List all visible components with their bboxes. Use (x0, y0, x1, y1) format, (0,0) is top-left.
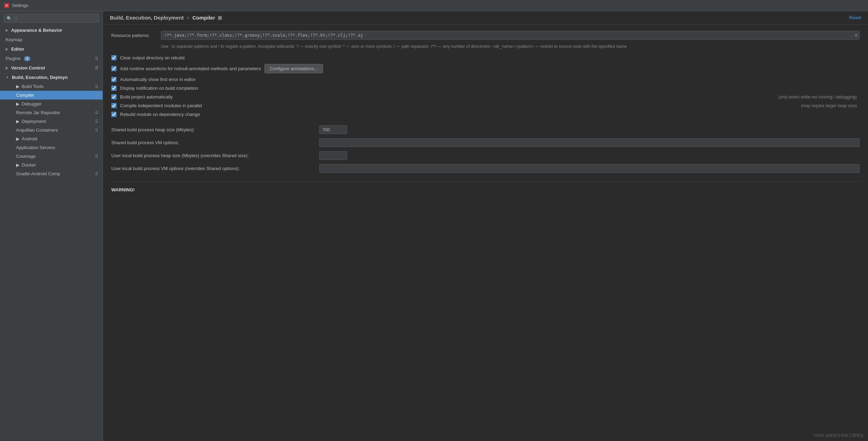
sidebar-subitem-compiler[interactable]: Compiler ☰ (0, 91, 103, 100)
settings-icon: ☰ (95, 128, 98, 132)
checkbox-row-add-runtime: Add runtime assertions for notnull-annot… (111, 64, 860, 73)
sidebar-item-label: Plugins (6, 56, 21, 61)
settings-icon: ☰ (95, 154, 98, 159)
sidebar-item-label: Docker (22, 162, 36, 168)
sidebar-subitem-android[interactable]: ▶ Android (0, 134, 103, 143)
sidebar-item-plugins[interactable]: Plugins 4 ☰ (0, 54, 103, 63)
sidebar-item-label: Android (22, 136, 37, 141)
checkbox-label: Automatically show first error in editor (120, 77, 196, 82)
user-vm-input[interactable] (319, 164, 860, 173)
titlebar: ✦ Settings (0, 0, 868, 11)
form-row-shared-heap: Shared build process heap size (Mbytes): (111, 125, 860, 134)
resource-patterns-label: Resource patterns: (111, 31, 157, 38)
checkbox-label: Rebuild module on dependency change (120, 112, 200, 117)
sidebar-item-keymap[interactable]: Keymap (0, 35, 103, 44)
app-icon-letter: ✦ (5, 4, 8, 7)
main-header: Build, Execution, Deployment > Compiler … (103, 11, 868, 24)
form-label: Shared build process heap size (Mbytes): (111, 127, 314, 132)
sidebar-subitem-docker[interactable]: ▶ Docker (0, 161, 103, 169)
sidebar: 🔍 ▶ Appearance & Behavior Keymap ▶ Edito… (0, 11, 103, 441)
arrow-icon: ▶ (16, 101, 20, 106)
configure-annotations-button[interactable]: Configure annotations... (264, 64, 323, 73)
arrow-icon: ▶ (16, 136, 20, 141)
sidebar-item-label: Compiler (16, 93, 34, 98)
user-heap-input[interactable] (319, 151, 347, 160)
checkbox-label: Build project automatically (120, 94, 173, 100)
checkbox-auto-show[interactable] (111, 77, 117, 82)
settings-icon: ☰ (95, 66, 98, 70)
arrow-icon: ▼ (6, 75, 9, 79)
arrow-icon: ▶ (16, 119, 20, 124)
reset-button[interactable]: Reset (849, 15, 861, 20)
main-body: Resource patterns: ✕ Use ; to separate p… (103, 24, 868, 441)
checkbox-row-rebuild-dep: Rebuild module on dependency change (111, 112, 860, 117)
sidebar-item-label: Coverage (16, 154, 36, 159)
checkbox-note: (may require larger heap size) (801, 103, 860, 108)
sidebar-item-label: Arquillian Containers (16, 127, 58, 133)
sidebar-item-label: Build Tools (22, 84, 44, 89)
clear-icon[interactable]: ✕ (854, 32, 858, 38)
form-label: Shared build process VM options: (111, 140, 314, 145)
sidebar-item-label: Application Servers (16, 145, 55, 150)
main-panel: Build, Execution, Deployment > Compiler … (103, 11, 868, 441)
checkbox-compile-parallel[interactable] (111, 103, 117, 108)
arrow-icon: ▶ (6, 47, 8, 51)
sidebar-subitem-build-tools[interactable]: ▶ Build Tools ☰ (0, 82, 103, 91)
checkbox-label: Compile independent modules in parallel (120, 103, 202, 108)
checkbox-row-compile-parallel: Compile independent modules in parallel … (111, 103, 860, 108)
sidebar-item-version-control[interactable]: ▶ Version Control ☰ (0, 63, 103, 73)
breadcrumb-part2: Compiler (192, 15, 215, 21)
settings-icon: ☰ (95, 56, 98, 61)
breadcrumb: Build, Execution, Deployment > Compiler … (110, 15, 222, 21)
form-row-user-heap: User-local build process heap size (Mbyt… (111, 151, 860, 160)
warning-section: WARNING! (111, 181, 860, 192)
sidebar-item-label: Editor (11, 46, 24, 52)
sidebar-subitem-deployment[interactable]: ▶ Deployment ☰ (0, 117, 103, 126)
sidebar-subitem-remote-jar[interactable]: Remote Jar Repositor ☰ (0, 108, 103, 117)
checkbox-rebuild-dep[interactable] (111, 112, 117, 117)
sidebar-subitem-coverage[interactable]: Coverage ☰ (0, 152, 103, 161)
sidebar-item-label: Remote Jar Repositor (16, 110, 60, 115)
shared-vm-input[interactable] (319, 138, 860, 147)
settings-icon: ☰ (95, 84, 98, 89)
sidebar-subitem-gradle-android[interactable]: Gradle-Android Comp ☰ (0, 169, 103, 178)
settings-icon: ☰ (95, 171, 98, 176)
checkbox-row-auto-show: Automatically show first error in editor (111, 77, 860, 82)
sidebar-item-editor[interactable]: ▶ Editor (0, 44, 103, 54)
search-icon: 🔍 (7, 16, 12, 21)
settings-icon: ☰ (95, 119, 98, 124)
checkbox-display-notif[interactable] (111, 86, 117, 91)
watermark: CSDN @南京大学软工研究生 (814, 433, 864, 438)
app-icon: ✦ (4, 3, 9, 8)
checkbox-note: (only works while not running / debuggin… (778, 95, 860, 100)
sidebar-item-label: Keymap (6, 37, 22, 42)
resource-patterns-row: Resource patterns: ✕ (111, 31, 860, 40)
sidebar-item-label: Debugger (22, 101, 42, 106)
search-box[interactable]: 🔍 (3, 14, 99, 23)
form-row-user-vm: User-local build process VM options (ove… (111, 164, 860, 173)
search-input[interactable] (14, 16, 96, 21)
window-title: Settings (12, 3, 28, 8)
checkbox-clear-output[interactable] (111, 55, 117, 60)
sidebar-subitem-arquillian[interactable]: Arquillian Containers ☰ (0, 126, 103, 134)
arrow-icon: ▶ (6, 28, 8, 32)
sidebar-subitem-app-servers[interactable]: Application Servers (0, 143, 103, 152)
resource-patterns-input[interactable] (161, 31, 860, 40)
checkbox-row-build-auto: Build project automatically (only works … (111, 94, 860, 100)
shared-heap-input[interactable] (319, 125, 347, 134)
breadcrumb-sep: > (187, 15, 190, 21)
sidebar-subitem-debugger[interactable]: ▶ Debugger (0, 100, 103, 108)
sidebar-item-label: Gradle-Android Comp (16, 171, 60, 176)
sidebar-item-label: Appearance & Behavior (11, 28, 62, 33)
form-label: User-local build process VM options (ove… (111, 166, 314, 171)
warning-title: WARNING! (111, 187, 135, 192)
breadcrumb-part1: Build, Execution, Deployment (110, 15, 184, 21)
sidebar-item-build-exec[interactable]: ▼ Build, Execution, Deployn (0, 73, 103, 82)
sidebar-item-label: Build, Execution, Deployn (12, 75, 68, 80)
sidebar-item-label: Deployment (22, 119, 46, 124)
checkbox-label: Clear output directory on rebuild (120, 55, 185, 60)
hint-text: Use ; to separate patterns and ! to nega… (161, 43, 860, 50)
checkbox-build-auto[interactable] (111, 94, 117, 100)
checkbox-add-runtime[interactable] (111, 66, 117, 71)
sidebar-item-appearance[interactable]: ▶ Appearance & Behavior (0, 25, 103, 35)
